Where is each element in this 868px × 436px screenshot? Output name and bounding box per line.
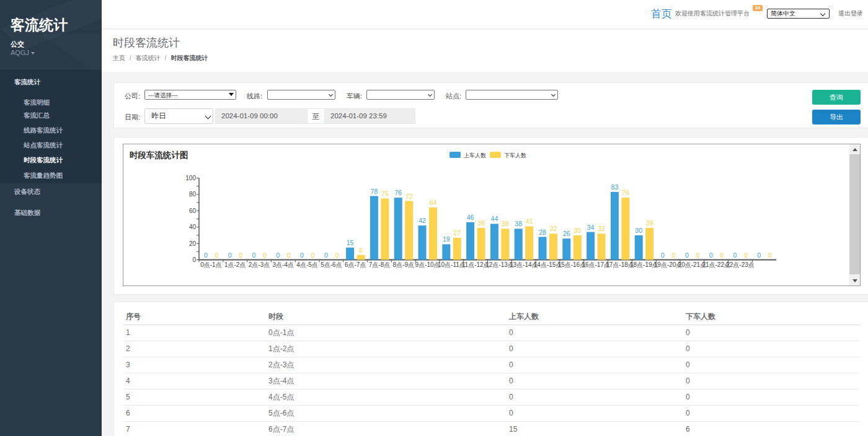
svg-text:42: 42 [418, 217, 426, 224]
svg-text:39: 39 [646, 219, 653, 227]
svg-text:46: 46 [467, 214, 474, 221]
svg-text:60: 60 [189, 207, 197, 214]
svg-text:1点-2点: 1点-2点 [224, 261, 246, 268]
svg-text:下车人数: 下车人数 [504, 152, 526, 159]
svg-text:32: 32 [598, 225, 605, 232]
svg-text:30: 30 [635, 227, 642, 234]
svg-text:15: 15 [347, 239, 354, 246]
svg-text:7点-8点: 7点-8点 [369, 261, 390, 268]
svg-text:0: 0 [215, 251, 218, 259]
svg-text:0: 0 [204, 251, 208, 259]
svg-text:28: 28 [539, 229, 546, 236]
svg-text:0: 0 [311, 251, 315, 259]
svg-text:83: 83 [611, 183, 619, 191]
svg-text:30: 30 [574, 227, 581, 234]
svg-text:0: 0 [757, 251, 761, 259]
svg-text:5点-6点: 5点-6点 [321, 261, 342, 268]
svg-text:8点-9点: 8点-9点 [393, 261, 414, 268]
svg-text:0: 0 [696, 251, 699, 259]
svg-text:0: 0 [685, 251, 689, 259]
svg-text:0: 0 [335, 251, 339, 259]
svg-text:72: 72 [405, 193, 413, 200]
svg-text:44: 44 [491, 215, 498, 222]
svg-text:19: 19 [443, 235, 450, 243]
svg-text:0: 0 [744, 251, 748, 259]
svg-text:39: 39 [477, 219, 485, 227]
svg-text:34: 34 [587, 224, 595, 231]
svg-text:0: 0 [192, 256, 196, 263]
svg-text:40: 40 [189, 224, 197, 230]
svg-text:100: 100 [185, 175, 196, 181]
svg-text:41: 41 [526, 217, 533, 225]
svg-text:0: 0 [768, 251, 772, 259]
svg-text:0: 0 [709, 251, 713, 259]
svg-text:上车人数: 上车人数 [464, 152, 486, 159]
svg-text:0点-1点: 0点-1点 [200, 261, 221, 268]
svg-text:0: 0 [228, 251, 232, 259]
svg-text:6: 6 [359, 246, 363, 254]
svg-text:76: 76 [394, 189, 402, 196]
svg-text:0: 0 [252, 251, 255, 259]
svg-text:0: 0 [720, 251, 724, 259]
svg-text:26: 26 [563, 230, 570, 237]
svg-text:38: 38 [502, 220, 509, 227]
svg-text:0: 0 [733, 251, 737, 259]
svg-text:0: 0 [661, 251, 665, 259]
svg-text:27: 27 [453, 229, 461, 237]
svg-text:80: 80 [189, 191, 197, 198]
svg-text:0: 0 [263, 251, 267, 259]
svg-text:4点-5点: 4点-5点 [296, 261, 317, 268]
svg-text:3点-4点: 3点-4点 [273, 261, 294, 268]
svg-text:0: 0 [239, 251, 242, 259]
svg-text:75: 75 [381, 190, 389, 198]
svg-text:0: 0 [672, 251, 676, 259]
svg-text:78: 78 [371, 188, 378, 195]
svg-text:64: 64 [430, 199, 437, 206]
svg-text:时段车流统计图: 时段车流统计图 [130, 150, 188, 160]
svg-text:20: 20 [189, 240, 197, 247]
svg-text:0: 0 [324, 251, 328, 259]
svg-text:32: 32 [550, 225, 557, 232]
svg-text:76: 76 [622, 189, 629, 196]
svg-text:0: 0 [300, 251, 304, 259]
svg-text:22点-23点: 22点-23点 [726, 261, 755, 268]
svg-text:0: 0 [287, 251, 291, 259]
svg-text:2点-3点: 2点-3点 [249, 261, 270, 268]
svg-text:9点-10点: 9点-10点 [415, 261, 440, 268]
svg-text:6点-7点: 6点-7点 [345, 261, 366, 268]
svg-text:38: 38 [515, 220, 522, 227]
svg-text:0: 0 [276, 251, 280, 259]
